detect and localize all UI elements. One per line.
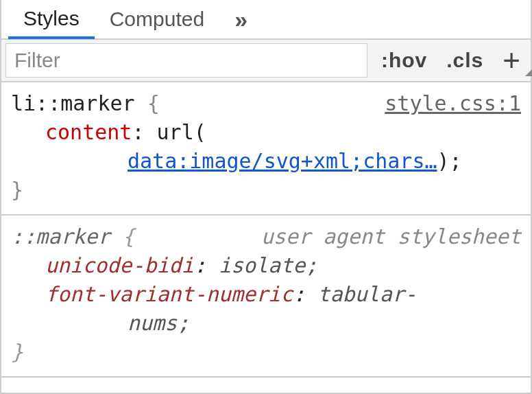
style-rule-user-agent: ::marker { user agent stylesheet unicode…	[1, 216, 531, 378]
source-label: user agent stylesheet	[261, 222, 521, 251]
styles-panel: Styles Computed » :hov .cls + li::marker…	[0, 0, 532, 394]
close-brace-line: }	[11, 176, 521, 205]
property-value-line2: nums;	[128, 311, 189, 335]
property-name: content	[45, 120, 132, 144]
filter-bar: :hov .cls +	[1, 40, 531, 82]
filter-input[interactable]	[5, 43, 367, 78]
rule-selector-line: li::marker {	[11, 89, 160, 118]
declaration-font-variant-numeric-cont: nums;	[11, 309, 521, 338]
rule-header: li::marker { style.css:1	[11, 89, 521, 118]
property-value-suffix: );	[437, 149, 462, 173]
source-link[interactable]: style.css:1	[385, 89, 521, 118]
close-brace: }	[11, 340, 23, 364]
toggle-hover-button[interactable]: :hov	[372, 49, 437, 72]
property-name: font-variant-numeric	[45, 282, 293, 306]
toggle-classes-button[interactable]: .cls	[437, 49, 493, 72]
tab-bar: Styles Computed »	[1, 0, 531, 40]
close-brace: }	[11, 178, 23, 202]
declaration-unicode-bidi: unicode-bidi: isolate;	[11, 251, 521, 280]
declaration-font-variant-numeric: font-variant-numeric: tabular-	[11, 280, 521, 309]
new-style-rule-button[interactable]: +	[493, 43, 531, 78]
property-value: isolate;	[219, 253, 318, 277]
open-brace: {	[147, 91, 160, 115]
property-value-line1: tabular-	[317, 282, 417, 306]
property-value-prefix: url(	[157, 120, 206, 144]
close-brace-line: }	[11, 338, 521, 367]
property-name: unicode-bidi	[45, 253, 194, 277]
rule-selector: ::marker	[11, 224, 110, 248]
rule-selector[interactable]: li::marker	[11, 91, 135, 115]
tab-styles[interactable]: Styles	[8, 1, 95, 39]
declaration-content[interactable]: content: url(	[11, 118, 521, 147]
open-brace: {	[123, 224, 135, 248]
rule-header: ::marker { user agent stylesheet	[11, 222, 521, 251]
declaration-content-cont: data:image/svg+xml;chars…);	[11, 147, 521, 176]
tab-overflow[interactable]: »	[219, 0, 264, 38]
tab-computed[interactable]: Computed	[95, 0, 219, 38]
rule-selector-line: ::marker {	[11, 222, 135, 251]
data-url-link[interactable]: data:image/svg+xml;chars…	[128, 149, 437, 173]
style-rule-author: li::marker { style.css:1 content: url( d…	[1, 82, 531, 216]
